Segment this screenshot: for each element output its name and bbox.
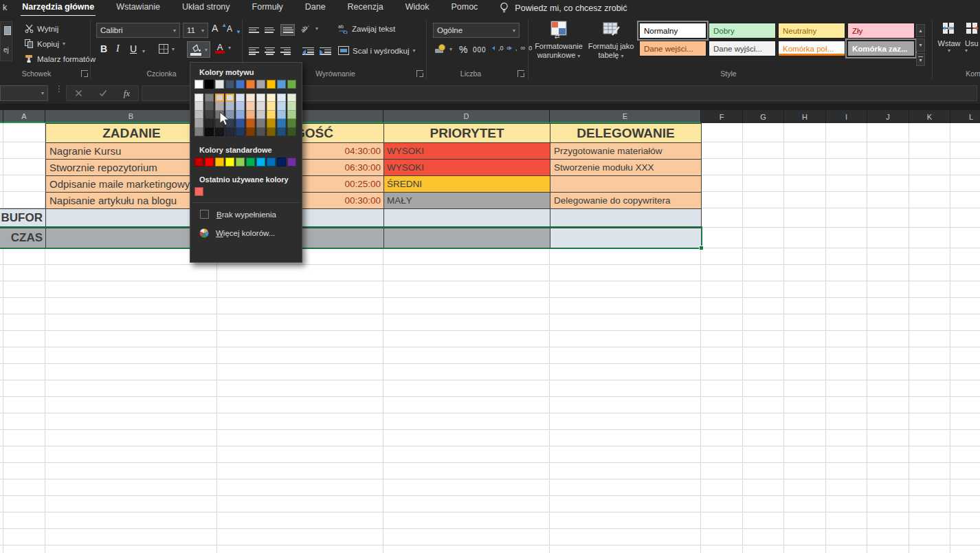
theme-tint-swatch[interactable] xyxy=(205,119,214,127)
theme-color-swatch[interactable] xyxy=(194,80,203,89)
cell-style-5[interactable]: Dane wejści... xyxy=(639,41,706,56)
ribbon-tab[interactable]: Recenzja xyxy=(346,0,385,17)
align-top-button[interactable] xyxy=(249,26,259,34)
priority-cell[interactable]: ŚREDNI xyxy=(383,175,550,193)
theme-tint-swatch[interactable] xyxy=(287,111,296,119)
orientation-button[interactable]: ab ▾ xyxy=(300,23,318,34)
theme-color-swatch[interactable] xyxy=(246,80,255,89)
tab-plik-fragment[interactable]: k xyxy=(1,0,8,16)
theme-tint-swatch[interactable] xyxy=(287,102,296,110)
standard-color-swatch[interactable] xyxy=(267,158,276,166)
theme-tint-swatch[interactable] xyxy=(267,128,276,136)
grow-font-button[interactable]: A▲ xyxy=(212,23,227,34)
ribbon-tab[interactable]: Układ strony xyxy=(181,0,231,17)
theme-tint-swatch[interactable] xyxy=(236,128,245,136)
theme-tint-swatch[interactable] xyxy=(194,119,203,127)
theme-color-swatch[interactable] xyxy=(225,80,234,89)
ribbon-tab[interactable]: Formuły xyxy=(251,0,285,17)
theme-tint-swatch[interactable] xyxy=(236,94,245,102)
ribbon-tab[interactable]: Wstawianie xyxy=(115,0,162,17)
header-cell-delegowanie[interactable]: DELEGOWANIE xyxy=(550,123,702,143)
summary-row-czas-e[interactable] xyxy=(550,228,702,249)
theme-tint-swatch[interactable] xyxy=(215,102,224,110)
cell-style-6[interactable]: Dane wyjści... xyxy=(709,41,776,56)
theme-tint-swatch[interactable] xyxy=(256,119,265,127)
column-header-A[interactable]: A xyxy=(3,110,45,123)
theme-tint-swatch[interactable] xyxy=(215,128,224,136)
sheet-grid[interactable]: ZADANIEDŁUGOŚĆPRIORYTETDELEGOWANIENagran… xyxy=(0,123,980,553)
fill-handle[interactable] xyxy=(699,246,704,250)
theme-tint-swatch[interactable] xyxy=(194,102,203,110)
merge-center-button[interactable]: Scal i wyśrodkuj ▾ xyxy=(338,46,415,55)
no-fill-item[interactable]: Brak wypełnienia xyxy=(199,208,302,221)
delegation-cell[interactable]: Stworzenie modułu XXX xyxy=(550,159,702,176)
theme-tint-swatch[interactable] xyxy=(236,119,245,127)
delegation-cell[interactable] xyxy=(550,175,702,193)
increase-indent-button[interactable] xyxy=(320,46,331,56)
column-header-K[interactable]: K xyxy=(909,110,950,123)
borders-button[interactable]: ▾ xyxy=(159,44,175,54)
column-header-D[interactable]: D xyxy=(383,110,550,123)
decrease-decimal-button[interactable]: ,000 xyxy=(509,45,532,52)
standard-color-swatch[interactable] xyxy=(205,158,214,166)
theme-tint-swatch[interactable] xyxy=(194,128,203,136)
insert-cells-button[interactable]: Wstaw ▾ xyxy=(937,21,961,54)
column-header-F[interactable]: F xyxy=(701,110,743,123)
theme-tint-swatch[interactable] xyxy=(194,111,203,119)
cell-style-3[interactable]: Neutralny xyxy=(778,23,845,39)
font-color-button[interactable]: A ▾ xyxy=(215,42,231,54)
standard-color-swatch[interactable] xyxy=(256,158,265,166)
number-dialog-launcher[interactable] xyxy=(517,70,524,77)
theme-tint-swatch[interactable] xyxy=(246,128,255,136)
shrink-font-button[interactable]: A▼ xyxy=(227,24,241,34)
theme-tint-swatch[interactable] xyxy=(205,111,214,119)
gallery-scroll-up[interactable]: ▲ xyxy=(916,24,925,37)
cell-style-2[interactable]: Dobry xyxy=(709,23,776,39)
cell-style-7[interactable]: Komórka poł... xyxy=(778,41,845,56)
fill-color-dropdown[interactable]: ▾ xyxy=(205,47,208,53)
wrap-text-button[interactable]: ab Zawijaj tekst xyxy=(338,24,395,34)
fill-color-button[interactable]: ▾ xyxy=(187,41,210,58)
decrease-indent-button[interactable] xyxy=(302,46,314,56)
theme-tint-swatch[interactable] xyxy=(287,94,296,102)
name-box[interactable]: ▾ xyxy=(0,85,48,101)
more-colors-item[interactable]: Więcej kolorów... xyxy=(199,226,302,240)
align-middle-button[interactable] xyxy=(265,26,275,34)
cell-style-1[interactable]: Normalny xyxy=(639,23,706,39)
priority-cell[interactable]: MAŁY xyxy=(383,192,550,209)
cancel-entry-icon[interactable] xyxy=(75,89,82,97)
tell-me[interactable]: Powiedz mi, co chcesz zrobić xyxy=(500,2,627,14)
bold-button[interactable]: B xyxy=(100,43,107,54)
formula-bar-handle[interactable]: ⋮ xyxy=(55,87,63,91)
theme-tint-swatch[interactable] xyxy=(246,119,255,127)
column-header-L[interactable]: L xyxy=(950,110,980,123)
standard-color-swatch[interactable] xyxy=(236,158,245,166)
cell-style-4[interactable]: Zły xyxy=(847,23,915,39)
ribbon-tab[interactable]: Narzędzia główne xyxy=(21,0,96,17)
gallery-scroll-down[interactable]: ▼ xyxy=(916,39,925,52)
align-bottom-button[interactable] xyxy=(280,24,295,36)
theme-tint-swatch[interactable] xyxy=(277,128,286,136)
theme-tint-swatch[interactable] xyxy=(236,102,245,110)
column-header-J[interactable]: J xyxy=(867,110,909,123)
theme-tint-swatch[interactable] xyxy=(215,94,224,102)
theme-color-swatch[interactable] xyxy=(287,80,296,89)
theme-tint-swatch[interactable] xyxy=(225,128,234,136)
delegation-cell[interactable]: Przygotowanie materiałów xyxy=(550,142,702,160)
font-size-select[interactable]: 11▾ xyxy=(183,23,208,38)
theme-tint-swatch[interactable] xyxy=(225,94,234,102)
theme-tint-swatch[interactable] xyxy=(256,111,265,119)
theme-tint-swatch[interactable] xyxy=(267,119,276,127)
standard-color-swatch[interactable] xyxy=(225,158,234,166)
column-header-E[interactable]: E xyxy=(550,110,701,123)
theme-color-swatch[interactable] xyxy=(236,80,245,89)
theme-color-swatch[interactable] xyxy=(205,80,214,89)
ribbon-tab[interactable]: Widok xyxy=(404,0,431,17)
increase-decimal-button[interactable]: ,00 xyxy=(492,45,509,52)
format-as-table-button[interactable]: Formatuj jakotabelę ▾ xyxy=(586,20,636,61)
theme-tint-swatch[interactable] xyxy=(205,128,214,136)
clipboard-dialog-launcher[interactable] xyxy=(81,70,88,77)
standard-color-swatch[interactable] xyxy=(246,158,255,166)
conditional-formatting-button[interactable]: ⇄ Formatowaniewarunkowe ▾ xyxy=(533,20,584,61)
theme-tint-swatch[interactable] xyxy=(205,102,214,110)
